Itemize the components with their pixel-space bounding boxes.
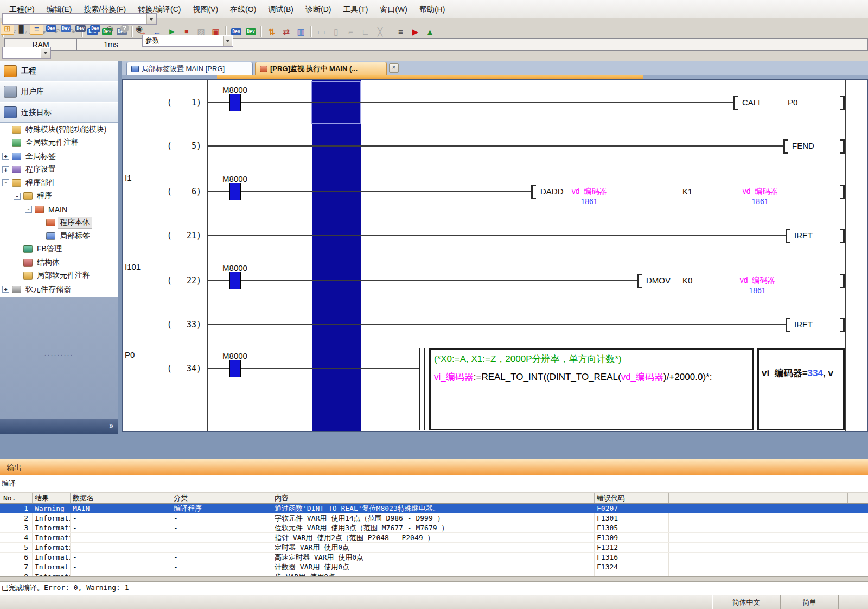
instruction-arg[interactable]: K1 [682,187,692,196]
more-buttons-chevron[interactable]: » [109,421,113,430]
toolbar-button[interactable]: ∟ [359,25,372,38]
device-label[interactable]: vd_编码器 [725,187,795,196]
menu-item[interactable]: 在线(O) [224,2,262,16]
combo-arrow-icon[interactable] [223,36,232,46]
tree-item[interactable]: 特殊模块(智能功能模块) [0,123,118,137]
project-tree: + 参数 特殊模块(智能功能模块) 全局软元件注释 [0,110,118,297]
secondary-combo[interactable] [2,47,51,59]
contact-m8000-on[interactable] [229,272,241,289]
combo-arrow-icon[interactable] [41,48,50,58]
ladder-program-icon [260,66,267,72]
instruction-arg[interactable]: P0 [788,98,797,107]
instruction-iret[interactable]: IRET [794,320,813,329]
combo-arrow-icon[interactable] [146,14,156,24]
step-number: ( 5) [123,141,201,151]
toolbar-button[interactable]: ▲ [423,25,437,38]
active-tab-band [122,75,868,79]
tree-item-label: FB管理 [35,244,63,255]
tree-item[interactable]: FB管理 [0,243,118,256]
contact-m8000-on[interactable] [229,360,241,377]
tree-item-label: 程序部件 [24,177,58,188]
navigation-panel: 导航 ↧ × 工程 ⊞ ▱ ▰ [0,61,118,434]
toolbar-button[interactable]: ▶ [409,25,422,38]
menu-item[interactable]: 诊断(D) [299,2,337,16]
instruction-fend[interactable]: FEND [792,141,814,150]
tree-item[interactable]: - MAIN [0,203,118,217]
tree-expander-icon[interactable]: + [2,153,9,160]
menu-item[interactable]: 调试(B) [262,2,299,16]
tab-close-icon[interactable]: × [389,63,399,73]
view-switch-button[interactable]: 用户库 [0,81,118,102]
tree-expander-icon[interactable] [2,139,9,147]
tree-expander-icon[interactable]: - [25,206,32,213]
output-row[interactable]: 2Information--字软元件 VAR用 使用14点（范围 D986 - … [0,513,868,523]
tree-item[interactable]: 结构体 [0,256,118,270]
tab-program-monitor[interactable]: [PRG]监视 执行中 MAIN (... [255,62,387,75]
tree-expander-icon[interactable]: - [14,193,21,200]
menu-item[interactable]: 视图(V) [187,2,224,16]
tree-expander-icon[interactable] [14,246,21,253]
tree-expander-icon[interactable] [36,232,43,239]
tree-item[interactable]: + 全局标签 [0,150,118,163]
instruction-iret[interactable]: IRET [794,231,813,240]
tree-expander-icon[interactable] [14,259,21,266]
tree-item[interactable]: + 程序设置 [0,163,118,176]
toolbar-button[interactable]: ⇄ [279,25,293,38]
tree-expander-icon[interactable] [36,219,43,226]
output-row[interactable]: 7Information--计数器 VAR用 使用0点F1324 [0,562,868,572]
tree-expander-icon[interactable] [14,272,21,280]
instruction-dmov[interactable]: DMOV [646,276,671,285]
inline-st-box[interactable]: (*X0:=A, X1:=Z，2000P分辨率，单方向计数*) vi_编码器:=… [429,348,754,430]
toolbar-button[interactable]: ⌐ [344,25,358,38]
tree-expander-icon[interactable]: - [2,179,9,186]
tree-expander-icon[interactable]: + [2,286,9,293]
tree-item[interactable]: - 程序部件 [0,176,118,190]
compile-tab-label[interactable]: 编译 [0,475,868,493]
panel-grip[interactable]: ········· [0,353,118,357]
left-power-rail [207,80,208,432]
tree-item[interactable]: 局部标签 [0,230,118,243]
tree-item[interactable]: 程序本体 [0,216,118,230]
output-row[interactable]: 6Information--高速定时器 VAR用 使用0点F1316 [0,553,868,562]
rung-wire [207,235,786,236]
tree-item[interactable]: - 程序 [0,189,118,203]
window-select-combo[interactable] [2,13,157,25]
view-switch-button[interactable]: 连接目标 [0,102,118,123]
toolbar-button[interactable]: ≡ [394,25,407,38]
menu-item[interactable]: 工具(T) [337,2,374,16]
output-row[interactable]: 3Information--位软元件 VAR用 使用3点（范围 M7677 - … [0,523,868,533]
output-row[interactable]: 5Information--定时器 VAR用 使用0点F1312 [0,543,868,553]
instruction-call[interactable]: CALL [742,98,763,107]
menu-item[interactable]: 窗口(W) [374,2,413,16]
data-select-combo[interactable]: 参数 [142,35,233,47]
view-switch-button[interactable]: 工程 [0,61,118,81]
toolbar-button[interactable]: Dev [244,25,258,38]
tree-item[interactable]: + 软元件存储器 [0,283,118,296]
tree-expander-icon[interactable]: + [2,166,9,173]
output-row[interactable]: 1WarningMAIN编译程序通过函数'DINT_TO_REAL'复位M802… [0,504,868,513]
toolbar-button[interactable]: ▥ [294,25,308,38]
contact-m8000-on[interactable] [229,183,241,200]
tree-item-icon [23,272,33,280]
toolbar-button[interactable]: ╳ [373,25,387,38]
st-watch-box[interactable]: vi_编码器=334, v [757,348,845,430]
contact-m8000-on[interactable] [229,94,241,111]
tree-item-icon [12,179,21,187]
tree-item[interactable]: 全局软元件注释 [0,136,118,150]
menu-item[interactable]: 帮助(H) [413,2,451,16]
output-row[interactable]: 4Information--指针 VAR用 使用2点（范围 P2048 - P2… [0,533,868,543]
output-row[interactable]: 8Information--步 VAR用 使用0点 [0,572,868,576]
device-label[interactable]: vd_编码器 [554,187,624,196]
toolbar-button[interactable]: ⇅ [265,25,278,38]
toolbar-button[interactable]: ▭ [315,25,328,38]
device-label[interactable]: vd_编码器 [722,276,793,286]
instruction-arg[interactable]: K0 [682,276,692,285]
output-panel-title: 输出 [0,459,868,475]
tab-local-label-setting[interactable]: 局部标签设置 MAIN [PRG] [126,62,253,75]
output-splitter[interactable] [0,576,868,582]
tree-expander-icon[interactable] [2,126,9,133]
toolbar-button[interactable]: ▯ [329,25,343,38]
ladder-canvas[interactable]: ( 1) M8000 CALL P0 ( 5) FEND I1 ( 6) [122,79,868,432]
instruction-close-bracket [840,185,845,199]
tree-item[interactable]: 局部软元件注释 [0,269,118,283]
